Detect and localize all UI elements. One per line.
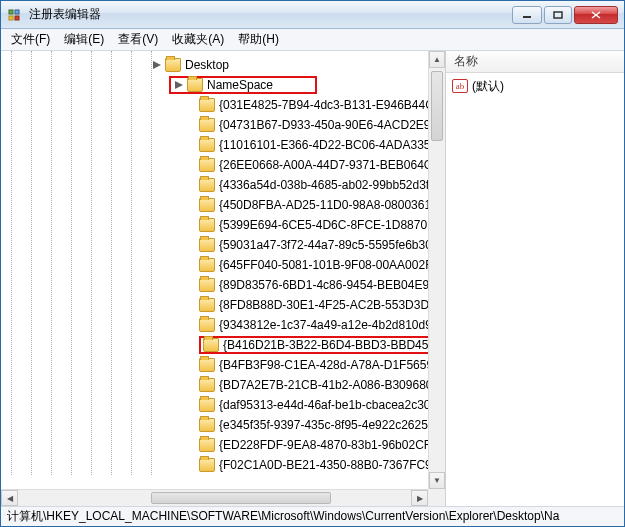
folder-icon (199, 418, 215, 432)
menu-favorites[interactable]: 收藏夹(A) (166, 29, 230, 50)
close-button[interactable] (574, 6, 618, 24)
values-panel: 名称 ab (默认) (446, 51, 624, 506)
scroll-down-arrow-icon[interactable]: ▼ (429, 472, 445, 489)
tree-label: {8FD8B88D-30E1-4F25-AC2B-553D3D65F0EA} (219, 298, 428, 312)
titlebar[interactable]: 注册表编辑器 (1, 1, 624, 29)
expander-icon[interactable] (173, 79, 185, 91)
tree-node-desktop[interactable]: Desktop (1, 55, 428, 75)
vertical-scrollbar[interactable]: ▲ ▼ (428, 51, 445, 489)
folder-icon (199, 278, 215, 292)
tree-label: {F02C1A0D-BE21-4350-88B0-7367FC96EF3C} (219, 458, 428, 472)
folder-icon (199, 198, 215, 212)
menu-view[interactable]: 查看(V) (112, 29, 164, 50)
tree-node-guid[interactable]: {4336a54d-038b-4685-ab02-99bb52d3fb8b} (1, 175, 428, 195)
svg-rect-5 (554, 12, 562, 18)
folder-icon (199, 398, 215, 412)
highlight-box-selected: {B416D21B-3B22-B6D4-BBD3-BBD452DB3D5B} (199, 336, 428, 354)
folder-icon (199, 258, 215, 272)
scroll-corner (428, 489, 445, 506)
tree-node-guid[interactable]: {89D83576-6BD1-4c86-9454-BEB04E94C819} (1, 275, 428, 295)
menubar: 文件(F) 编辑(E) 查看(V) 收藏夹(A) 帮助(H) (1, 29, 624, 51)
folder-icon (199, 218, 215, 232)
svg-rect-1 (15, 10, 19, 14)
tree-node-guid[interactable]: {BD7A2E7B-21CB-41b2-A086-B309680C6B7E} (1, 375, 428, 395)
folder-icon (199, 158, 215, 172)
folder-icon (165, 58, 181, 72)
status-path: 计算机\HKEY_LOCAL_MACHINE\SOFTWARE\Microsof… (7, 508, 559, 525)
tree-label: {450D8FBA-AD25-11D0-98A8-0800361B1103} (219, 198, 428, 212)
menu-help[interactable]: 帮助(H) (232, 29, 285, 50)
tree-label: {645FF040-5081-101B-9F08-00AA002F954E} (219, 258, 428, 272)
svg-rect-3 (15, 16, 19, 20)
tree-node-guid[interactable]: {daf95313-e44d-46af-be1b-cbacea2c3065} (1, 395, 428, 415)
tree-node-guid[interactable]: {645FF040-5081-101B-9F08-00AA002F954E} (1, 255, 428, 275)
value-name: (默认) (472, 78, 504, 95)
tree-label: {9343812e-1c37-4a49-a12e-4b2d810d956b} (219, 318, 428, 332)
tree-node-guid[interactable]: {9343812e-1c37-4a49-a12e-4b2d810d956b} (1, 315, 428, 335)
registry-editor-window: 注册表编辑器 文件(F) 编辑(E) 查看(V) 收藏夹(A) 帮助(H) (0, 0, 625, 527)
folder-icon (199, 238, 215, 252)
folder-icon (199, 378, 215, 392)
tree-node-guid[interactable]: {F02C1A0D-BE21-4350-88B0-7367FC96EF3C} (1, 455, 428, 475)
list-item[interactable]: ab (默认) (452, 77, 618, 95)
folder-icon (199, 438, 215, 452)
tree-node-guid[interactable]: {8FD8B88D-30E1-4F25-AC2B-553D3D65F0EA} (1, 295, 428, 315)
string-value-icon: ab (452, 79, 468, 93)
tree-label: {89D83576-6BD1-4c86-9454-BEB04E94C819} (219, 278, 428, 292)
tree-label: {4336a54d-038b-4685-ab02-99bb52d3fb8b} (219, 178, 428, 192)
tree-content: Desktop NameSpace {031E4825-7B94-4dc3- (1, 51, 428, 475)
tree-node-guid[interactable]: {59031a47-3f72-44a7-89c5-5595fe6b30ee} (1, 235, 428, 255)
scroll-thumb-v[interactable] (431, 71, 443, 141)
tree-scroll-area[interactable]: Desktop NameSpace {031E4825-7B94-4dc3- (1, 51, 428, 489)
scroll-up-arrow-icon[interactable]: ▲ (429, 51, 445, 68)
folder-icon (199, 318, 215, 332)
tree-node-namespace[interactable]: NameSpace (1, 75, 428, 95)
tree-node-guid[interactable]: {031E4825-7B94-4dc3-B131-E946B44C8DD5} (1, 95, 428, 115)
folder-icon (203, 338, 219, 352)
column-header-name[interactable]: 名称 (446, 51, 624, 73)
menu-file[interactable]: 文件(F) (5, 29, 56, 50)
tree-node-guid[interactable]: {B4FB3F98-C1EA-428d-A78A-D1F5659CBA93} (1, 355, 428, 375)
highlight-box-namespace: NameSpace (169, 76, 317, 94)
folder-icon (199, 178, 215, 192)
window-controls (512, 6, 618, 24)
tree-node-guid[interactable]: {04731B67-D933-450a-90E6-4ACD2E9408FE} (1, 115, 428, 135)
folder-icon (199, 358, 215, 372)
values-list[interactable]: ab (默认) (446, 73, 624, 506)
folder-icon (199, 138, 215, 152)
tree-label: Desktop (185, 58, 229, 72)
scroll-thumb-h[interactable] (151, 492, 331, 504)
tree-label: {04731B67-D933-450a-90E6-4ACD2E9408FE} (219, 118, 428, 132)
tree-label: {031E4825-7B94-4dc3-B131-E946B44C8DD5} (219, 98, 428, 112)
tree-label: {ED228FDF-9EA8-4870-83b1-96b02CFE0D52} (219, 438, 428, 452)
svg-rect-2 (9, 16, 13, 20)
maximize-button[interactable] (544, 6, 572, 24)
tree-node-guid[interactable]: {450D8FBA-AD25-11D0-98A8-0800361B1103} (1, 195, 428, 215)
tree-node-guid[interactable]: {e345f35f-9397-435c-8f95-4e922c26259e} (1, 415, 428, 435)
tree-label: {daf95313-e44d-46af-be1b-cbacea2c3065} (219, 398, 428, 412)
tree-node-guid[interactable]: {5399E694-6CE5-4D6C-8FCE-1D8870FDCBA0} (1, 215, 428, 235)
expander-icon[interactable] (151, 59, 163, 71)
svg-rect-0 (9, 10, 13, 14)
tree-node-guid[interactable]: {ED228FDF-9EA8-4870-83b1-96b02CFE0D52} (1, 435, 428, 455)
tree-label: NameSpace (207, 78, 273, 92)
window-title: 注册表编辑器 (29, 6, 512, 23)
tree-panel: Desktop NameSpace {031E4825-7B94-4dc3- (1, 51, 446, 506)
tree-node-guid[interactable]: {26EE0668-A00A-44D7-9371-BEB064C98683} (1, 155, 428, 175)
tree-label: {B4FB3F98-C1EA-428d-A78A-D1F5659CBA93} (219, 358, 428, 372)
horizontal-scrollbar[interactable]: ◀ ▶ (1, 489, 428, 506)
scroll-right-arrow-icon[interactable]: ▶ (411, 490, 428, 506)
tree-node-guid[interactable]: {11016101-E366-4D22-BC06-4ADA335C892B} (1, 135, 428, 155)
folder-icon (199, 298, 215, 312)
minimize-button[interactable] (512, 6, 542, 24)
menu-edit[interactable]: 编辑(E) (58, 29, 110, 50)
scroll-left-arrow-icon[interactable]: ◀ (1, 490, 18, 506)
folder-icon (199, 458, 215, 472)
tree-node-guid[interactable]: {B416D21B-3B22-B6D4-BBD3-BBD452DB3D5B} (1, 335, 428, 355)
app-icon (7, 7, 23, 23)
tree-label: {B416D21B-3B22-B6D4-BBD3-BBD452DB3D5B} (223, 338, 428, 352)
tree-label: {59031a47-3f72-44a7-89c5-5595fe6b30ee} (219, 238, 428, 252)
tree-label: {26EE0668-A00A-44D7-9371-BEB064C98683} (219, 158, 428, 172)
tree-label: {BD7A2E7B-21CB-41b2-A086-B309680C6B7E} (219, 378, 428, 392)
folder-icon (199, 98, 215, 112)
